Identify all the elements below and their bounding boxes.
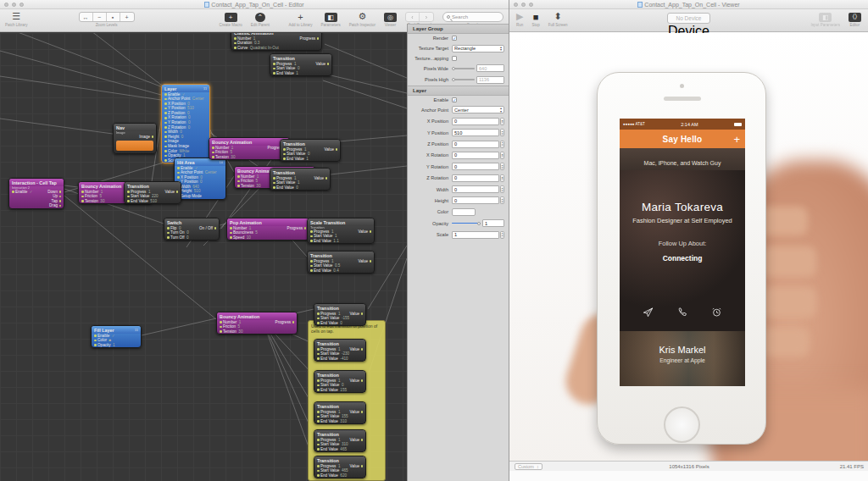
input-port-dot[interactable] xyxy=(177,172,180,174)
patch-node-scale-transition[interactable]: Scale TransitionTransitionProgress1Value… xyxy=(307,218,375,244)
add-contact-button[interactable]: + xyxy=(733,133,740,146)
output-port-dot[interactable] xyxy=(59,196,62,198)
patch-node-transition[interactable]: TransitionProgress1ValueStart Value0End … xyxy=(280,139,341,162)
input-port-dot[interactable] xyxy=(94,334,97,337)
value-field[interactable]: 510 xyxy=(452,129,499,136)
dropdown[interactable]: Rectangle▴▾ xyxy=(452,45,504,53)
output-port-dot[interactable] xyxy=(214,227,217,229)
stepper-buttons[interactable]: ▴▾ xyxy=(500,185,504,193)
input-port-dot[interactable] xyxy=(94,344,97,346)
editor-titlebar[interactable]: Contact_App_Tap_On_Cell - Editor xyxy=(0,0,509,9)
input-port-dot[interactable] xyxy=(237,175,240,178)
close-icon[interactable] xyxy=(514,3,518,7)
edit-parent-button[interactable]: ⌃ Edit Parent xyxy=(251,11,270,27)
zoom-window-icon[interactable] xyxy=(529,3,533,7)
output-port-dot[interactable] xyxy=(326,177,328,180)
input-port-dot[interactable] xyxy=(310,240,313,242)
patch-node-hit-area[interactable]: Hit Area10Enable✓Anchor PointCenterX Pos… xyxy=(174,158,226,200)
output-port-dot[interactable] xyxy=(176,191,179,193)
zoom-levels-control[interactable]: ↔−▪+ Zoom Levels xyxy=(79,11,135,27)
value-field[interactable]: 0 xyxy=(452,163,499,170)
input-port-dot[interactable] xyxy=(273,186,275,189)
patch-graph-canvas[interactable]: Used to edit transition of position of c… xyxy=(0,33,407,481)
input-port-dot[interactable] xyxy=(164,108,167,110)
input-port-dot[interactable] xyxy=(234,37,236,40)
minimize-icon[interactable] xyxy=(12,3,16,7)
input-port-dot[interactable] xyxy=(317,389,320,391)
output-port-dot[interactable] xyxy=(317,37,320,40)
output-port-dot[interactable] xyxy=(361,379,364,382)
input-port-dot[interactable] xyxy=(317,474,320,477)
patch-node-transition[interactable]: TransitionProgress1ValueStart Value465En… xyxy=(314,456,366,478)
patch-node-bouncy-animation[interactable]: Bouncy AnimationNumber1ProgressFriction5… xyxy=(216,312,298,334)
window-controls[interactable] xyxy=(514,3,533,7)
input-port-dot[interactable] xyxy=(317,420,320,423)
input-port-dot[interactable] xyxy=(167,232,170,235)
input-port-dot[interactable] xyxy=(164,102,167,105)
patch-library-button[interactable]: ☰ Patch Library xyxy=(5,11,28,27)
patch-node-nav[interactable]: NavImageImage xyxy=(113,123,157,154)
input-port-dot[interactable] xyxy=(230,227,232,229)
input-port-dot[interactable] xyxy=(127,200,130,202)
output-port-dot[interactable] xyxy=(292,321,295,323)
patch-node-transition[interactable]: TransitionProgress1ValueStart Value310En… xyxy=(314,429,366,452)
input-port-dot[interactable] xyxy=(234,47,236,49)
input-port-dot[interactable] xyxy=(164,135,167,138)
input-port-dot[interactable] xyxy=(283,153,286,156)
stepper-buttons[interactable]: ▴▾ xyxy=(500,174,504,182)
zoom-window-icon[interactable] xyxy=(19,3,24,7)
patch-node-classic-animation[interactable]: Classic AnimationNumber1ProgressDuration… xyxy=(231,33,322,51)
color-well[interactable] xyxy=(452,208,476,216)
patch-node-transition[interactable]: TransitionProgress1ValueStart Value0.5En… xyxy=(307,251,375,274)
value-field[interactable]: 0 xyxy=(452,141,499,148)
input-port-dot[interactable] xyxy=(317,416,320,418)
input-port-dot[interactable] xyxy=(317,444,320,446)
value-field[interactable]: 1 xyxy=(452,231,499,239)
zoom-segment[interactable]: + xyxy=(120,13,134,21)
input-port-dot[interactable] xyxy=(283,158,286,160)
add-to-library-button[interactable]: + Add to Library xyxy=(288,11,312,27)
dropdown[interactable]: Center▴▾ xyxy=(452,106,504,113)
stepper-buttons[interactable]: ▴▾ xyxy=(500,196,504,204)
patch-node-transition[interactable]: TransitionProgress1ValueStart Value-230E… xyxy=(314,339,366,362)
patch-node-transition[interactable]: TransitionProgress1ValueStart Value-155E… xyxy=(314,303,366,326)
output-port-dot[interactable] xyxy=(59,200,62,202)
input-port-dot[interactable] xyxy=(317,384,320,387)
create-macro-button[interactable]: + Create Macro xyxy=(220,11,242,27)
output-port-dot[interactable] xyxy=(152,135,154,138)
device-dropdown[interactable]: No Device xyxy=(667,13,711,24)
patch-node-transition[interactable]: TransitionProgress1ValueStart Value0End … xyxy=(270,53,332,76)
input-port-dot[interactable] xyxy=(164,126,167,129)
input-port-dot[interactable] xyxy=(237,185,240,187)
input-port-dot[interactable] xyxy=(230,232,232,235)
slider[interactable]: 640 xyxy=(452,64,504,72)
parameters-button[interactable]: ◧ Parameters xyxy=(320,11,340,27)
slider[interactable]: 1136 xyxy=(452,76,504,84)
value-field[interactable]: 0 xyxy=(452,196,499,204)
input-port-dot[interactable] xyxy=(273,177,275,180)
input-port-dot[interactable] xyxy=(81,200,84,202)
home-button[interactable] xyxy=(664,406,700,443)
forward-icon[interactable]: › xyxy=(420,13,433,21)
input-port-dot[interactable] xyxy=(164,146,167,148)
input-port-dot[interactable] xyxy=(164,117,167,119)
zoom-segment[interactable]: − xyxy=(93,13,107,21)
send-icon[interactable] xyxy=(643,306,654,321)
input-port-dot[interactable] xyxy=(127,191,130,193)
input-port-dot[interactable] xyxy=(273,68,275,70)
input-port-dot[interactable] xyxy=(317,348,320,351)
input-port-dot[interactable] xyxy=(237,180,240,183)
output-port-dot[interactable] xyxy=(59,205,62,207)
patch-node-pop-animation[interactable]: Pop AnimationNumber1ProgressBounciness5S… xyxy=(226,218,309,240)
output-port-dot[interactable] xyxy=(370,260,372,263)
output-port-dot[interactable] xyxy=(304,227,307,229)
checkbox[interactable]: ✓ xyxy=(452,97,457,102)
patch-inspector-button[interactable]: ⚙ Patch Inspector xyxy=(349,11,376,27)
input-port-dot[interactable] xyxy=(81,191,84,193)
input-port-dot[interactable] xyxy=(317,470,320,473)
input-port-dot[interactable] xyxy=(164,150,167,152)
output-port-dot[interactable] xyxy=(361,439,364,441)
contact-card[interactable]: Maria Tokareva Fashion Designer at Self … xyxy=(620,170,745,331)
input-port-dot[interactable] xyxy=(317,439,320,441)
next-contact-cell[interactable]: Kris Markel Engineer at Apple xyxy=(620,331,745,386)
